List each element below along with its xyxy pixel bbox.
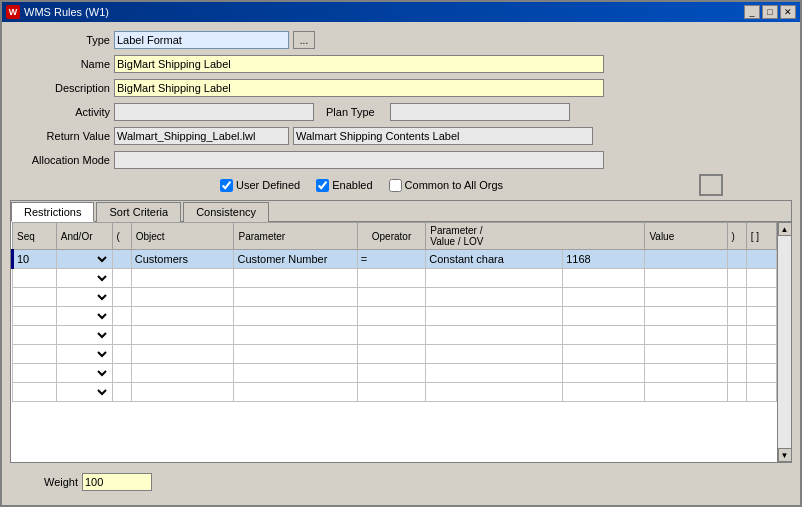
cell-input[interactable] [749,365,774,381]
cell-input[interactable] [236,270,354,286]
cell-input[interactable] [565,251,642,267]
cell-input[interactable] [360,289,423,305]
allocation-mode-input[interactable] [114,151,604,169]
cell-input[interactable] [749,346,774,362]
cell-input[interactable] [15,365,54,381]
vertical-scrollbar[interactable]: ▲ ▼ [777,222,791,462]
return-value-input[interactable] [114,127,289,145]
cell-input[interactable] [428,384,560,400]
cell-input[interactable] [360,346,423,362]
cell-input[interactable] [115,384,129,400]
user-defined-checkbox[interactable] [220,179,233,192]
cell-input[interactable] [236,384,354,400]
tab-sort-criteria[interactable]: Sort Criteria [96,202,181,222]
cell-input[interactable] [134,251,232,267]
cell-input[interactable] [428,327,560,343]
table-scroll[interactable]: Seq And/Or ( Object Parameter Operator P… [11,222,777,462]
cell-input[interactable] [134,365,232,381]
cell-input[interactable] [730,365,744,381]
cell-input[interactable] [749,270,774,286]
cell-input[interactable] [565,270,642,286]
plan-type-input[interactable] [390,103,570,121]
cell-input[interactable] [360,365,423,381]
cell-input[interactable] [115,365,129,381]
cell-input[interactable] [730,327,744,343]
cell-input[interactable] [134,308,232,324]
cell-input[interactable] [15,289,54,305]
andor-select[interactable] [59,251,110,267]
cell-input[interactable] [134,289,232,305]
minimize-button[interactable]: _ [744,5,760,19]
cell-input[interactable] [236,327,354,343]
cell-input[interactable] [115,270,129,286]
cell-input[interactable] [565,384,642,400]
andor-select[interactable] [59,346,110,362]
cell-input[interactable] [647,346,724,362]
cell-input[interactable] [647,365,724,381]
activity-input[interactable] [114,103,314,121]
andor-select[interactable] [59,270,110,286]
cell-input[interactable] [647,384,724,400]
cell-input[interactable] [428,365,560,381]
cell-input[interactable] [134,270,232,286]
cell-input[interactable] [647,289,724,305]
cell-input[interactable] [360,270,423,286]
cell-input[interactable] [16,251,54,267]
cell-input[interactable] [115,289,129,305]
cell-input[interactable] [360,251,423,267]
andor-select[interactable] [59,384,110,400]
cell-input[interactable] [428,270,560,286]
cell-input[interactable] [565,327,642,343]
cell-input[interactable] [749,251,774,267]
cell-input[interactable] [565,308,642,324]
cell-input[interactable] [647,251,724,267]
andor-select[interactable] [59,365,110,381]
cell-input[interactable] [134,346,232,362]
cell-input[interactable] [730,251,744,267]
cell-input[interactable] [647,308,724,324]
cell-input[interactable] [15,270,54,286]
cell-input[interactable] [115,308,129,324]
cell-input[interactable] [730,346,744,362]
type-input[interactable] [114,31,289,49]
cell-input[interactable] [749,327,774,343]
cell-input[interactable] [647,327,724,343]
cell-input[interactable] [730,308,744,324]
corner-button[interactable] [699,174,723,196]
cell-input[interactable] [428,251,560,267]
cell-input[interactable] [360,308,423,324]
name-input[interactable] [114,55,604,73]
enabled-checkbox[interactable] [316,179,329,192]
cell-input[interactable] [15,327,54,343]
cell-input[interactable] [236,289,354,305]
tab-restrictions[interactable]: Restrictions [11,202,94,222]
andor-select[interactable] [59,308,110,324]
cell-input[interactable] [236,308,354,324]
scroll-track[interactable] [778,236,791,448]
cell-input[interactable] [134,384,232,400]
cell-input[interactable] [730,384,744,400]
cell-input[interactable] [236,346,354,362]
cell-input[interactable] [749,289,774,305]
common-orgs-checkbox[interactable] [389,179,402,192]
cell-input[interactable] [236,365,354,381]
description-input[interactable] [114,79,604,97]
tab-consistency[interactable]: Consistency [183,202,269,222]
cell-input[interactable] [115,346,129,362]
scroll-down-arrow[interactable]: ▼ [778,448,792,462]
cell-input[interactable] [428,289,560,305]
cell-input[interactable] [360,327,423,343]
cell-input[interactable] [749,308,774,324]
cell-input[interactable] [428,346,560,362]
cell-input[interactable] [15,308,54,324]
cell-input[interactable] [730,289,744,305]
cell-input[interactable] [15,384,54,400]
type-lookup-button[interactable]: ... [293,31,315,49]
cell-input[interactable] [749,384,774,400]
weight-input[interactable] [82,473,152,491]
cell-input[interactable] [565,365,642,381]
cell-input[interactable] [565,289,642,305]
cell-input[interactable] [115,251,129,267]
cell-input[interactable] [115,327,129,343]
close-button[interactable]: ✕ [780,5,796,19]
